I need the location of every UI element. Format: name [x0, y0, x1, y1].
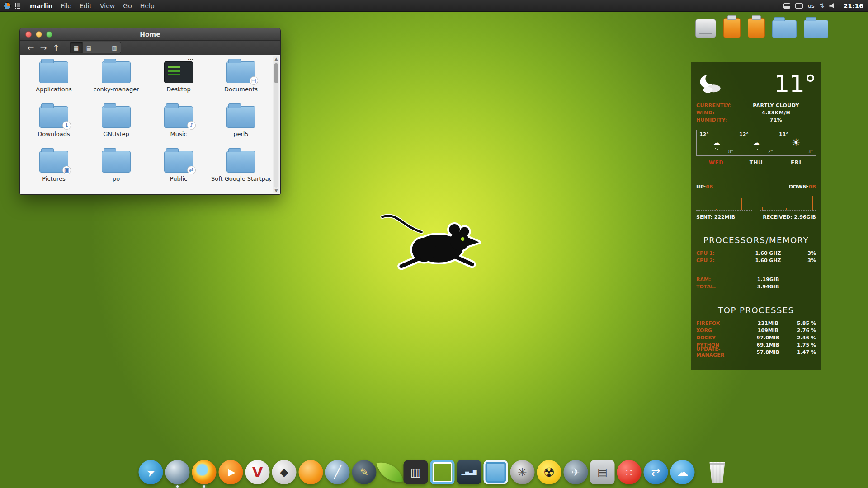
- sent-total: SENT: 222MIB: [696, 214, 735, 220]
- folder-icon: ↓: [39, 106, 68, 128]
- dock-icon-bird-app[interactable]: ➤: [139, 460, 163, 484]
- folder-conky-manager[interactable]: conky-manager: [85, 59, 147, 103]
- dock: ➤ ▶ V ◆ ╱ ✎ ▥ ▂▅▃▇ ✳ ☢ ✈ ▤ ∷ ⇄ ☁: [139, 460, 730, 484]
- scroll-up-icon[interactable]: ▲: [275, 56, 278, 61]
- menu-file[interactable]: File: [57, 0, 75, 12]
- maximize-button[interactable]: [46, 31, 52, 38]
- dock-icon-system-monitor[interactable]: ▂▅▃▇: [457, 460, 481, 484]
- folder-icon: ▣: [39, 151, 68, 173]
- dock-icon-red-app[interactable]: ∷: [617, 460, 642, 484]
- up-button[interactable]: ↑: [50, 42, 62, 54]
- folder-po[interactable]: po: [85, 148, 147, 193]
- dock-icon-firefox[interactable]: [192, 460, 217, 484]
- desktop-folder-icon[interactable]: [772, 20, 797, 38]
- icon-view-button[interactable]: ▤: [83, 42, 95, 53]
- menu-help[interactable]: Help: [136, 0, 159, 12]
- folder-downloads[interactable]: ↓ Downloads: [23, 103, 85, 148]
- close-button[interactable]: [25, 31, 32, 38]
- process-mem: 97.0MIB: [748, 335, 788, 341]
- menu-edit[interactable]: Edit: [75, 0, 96, 12]
- forward-button[interactable]: →: [37, 42, 50, 54]
- dock-icon-media-player[interactable]: ▶: [219, 460, 243, 484]
- folder-desktop[interactable]: ⋯ Desktop: [147, 59, 210, 103]
- dock-icon-radiation-app[interactable]: ☢: [537, 460, 561, 484]
- memory-table: RAM:1.19GIB TOTAL:3.94GIB: [696, 276, 816, 290]
- download-emblem-icon: ↓: [62, 121, 71, 130]
- keyboard-icon[interactable]: [795, 3, 803, 9]
- process-name: FIREFOX: [696, 320, 748, 326]
- dock-icon-rocket-app[interactable]: ✈: [564, 460, 588, 484]
- network-icon[interactable]: [783, 3, 790, 9]
- dock-icon-pencil-app[interactable]: ✎: [352, 460, 377, 484]
- list-view-button[interactable]: ≡: [95, 42, 108, 53]
- folder-label: perl5: [233, 131, 248, 137]
- clock[interactable]: 21:16: [843, 2, 863, 9]
- updown-arrows-icon[interactable]: ⇅: [820, 2, 825, 9]
- folder-label: Music: [170, 131, 187, 137]
- window-titlebar[interactable]: Home: [20, 28, 280, 41]
- folder-label: Desktop: [166, 86, 191, 93]
- folder-icon: [39, 61, 68, 83]
- folder-gnustep[interactable]: GNUstep: [85, 103, 147, 148]
- dock-icon-transfer-app[interactable]: ⇄: [644, 460, 668, 484]
- folder-documents[interactable]: ▤ Documents: [210, 59, 272, 103]
- divider: [696, 301, 816, 301]
- keyboard-layout-label[interactable]: us: [808, 2, 815, 9]
- hard-drive-icon[interactable]: [695, 19, 716, 38]
- back-button[interactable]: ←: [24, 42, 37, 54]
- forecast-high: 12°: [699, 131, 709, 137]
- menu-view[interactable]: View: [96, 0, 119, 12]
- minimize-button[interactable]: [36, 31, 42, 38]
- process-mem: 57.8MIB: [748, 349, 788, 355]
- ram-label: RAM:: [696, 277, 748, 282]
- up-label: UP:: [696, 184, 706, 190]
- dock-icon-v-app[interactable]: V: [245, 460, 270, 484]
- distro-logo-icon[interactable]: [4, 2, 11, 9]
- grid-view-button[interactable]: ▦: [70, 42, 83, 53]
- conky-widget: 11° CURRENTLY:PARTLY CLOUDY WIND:4.83KM/…: [691, 62, 821, 370]
- download-graph: [760, 192, 816, 211]
- column-view-button[interactable]: ▥: [108, 42, 121, 53]
- dock-icon-paint-app[interactable]: ╱: [326, 460, 350, 484]
- folder-pictures[interactable]: ▣ Pictures: [23, 148, 85, 193]
- dock-icon-fox-app[interactable]: [299, 460, 323, 484]
- current-temperature: 11°: [774, 70, 816, 98]
- cpu1-freq: 1.60 GHZ: [748, 250, 788, 256]
- dock-icon-inkscape[interactable]: ◆: [272, 460, 297, 484]
- scroll-down-icon[interactable]: ▼: [275, 188, 278, 193]
- dock-icon-screenshot-tool[interactable]: [484, 460, 508, 484]
- network-totals: SENT: 222MIB RECEIVED: 2.96GIB: [696, 214, 816, 220]
- usb-drive-icon[interactable]: [723, 18, 741, 38]
- folder-music[interactable]: ♪ Music: [147, 103, 210, 148]
- dock-icon-frame-tool[interactable]: [430, 460, 455, 484]
- scroll-track[interactable]: [274, 62, 278, 188]
- dock-icon-wheel-app[interactable]: ✳: [510, 460, 535, 484]
- volume-icon[interactable]: [829, 3, 835, 9]
- folder-public[interactable]: ⇄ Public: [147, 148, 210, 193]
- dock-icon-trash[interactable]: [705, 460, 730, 484]
- process-name: UPDATE-MANAGER: [696, 346, 748, 358]
- desktop-device-icons: [695, 18, 828, 38]
- window-toolbar: ← → ↑ ▦ ▤ ≡ ▥: [20, 41, 280, 55]
- folder-soft-google-startpage[interactable]: Soft Google Startpage: [210, 148, 272, 193]
- folder-applications[interactable]: Applications: [23, 59, 85, 103]
- humidity-value: 71%: [736, 117, 816, 124]
- scrollbar[interactable]: ▲ ▼: [273, 56, 279, 193]
- folder-perl5[interactable]: perl5: [210, 103, 272, 148]
- dock-icon-shredder[interactable]: ▤: [590, 460, 615, 484]
- dock-icon-browser-sphere-app[interactable]: [165, 460, 190, 484]
- dock-icon-leaf-app[interactable]: [377, 458, 404, 486]
- process-cpu: 1.47 %: [788, 349, 816, 355]
- scroll-thumb[interactable]: [274, 63, 278, 83]
- process-cpu: 5.85 %: [788, 320, 816, 326]
- dock-icon-video-editor[interactable]: ▥: [404, 460, 428, 484]
- menu-go[interactable]: Go: [119, 0, 136, 12]
- usb-drive-icon[interactable]: [748, 18, 765, 38]
- desktop-folder-icon[interactable]: [804, 20, 828, 38]
- dock-icon-cloud-app[interactable]: ☁: [670, 460, 695, 484]
- menu-marlin[interactable]: marlin: [26, 0, 57, 12]
- forecast-high: 12°: [739, 131, 749, 137]
- app-grid-icon[interactable]: [14, 3, 20, 9]
- trash-basket-icon: [709, 462, 726, 483]
- sun-icon: ☀: [792, 138, 801, 148]
